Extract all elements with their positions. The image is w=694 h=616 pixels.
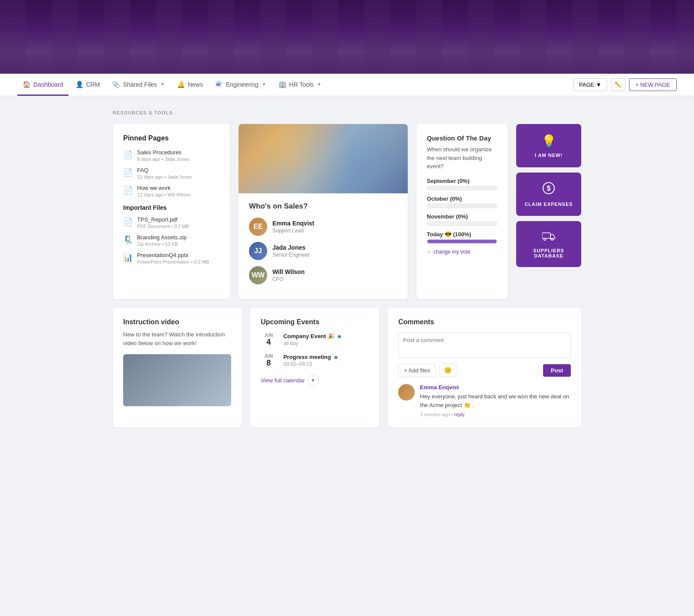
comments-card: Comments + Add files 🙂 Post Emma Enqvist… <box>388 308 581 427</box>
poll-label: September (0%) <box>427 178 497 184</box>
pinned-page-name: Sales Procedures <box>137 149 189 156</box>
poll-option[interactable]: November (0%) <box>427 213 497 226</box>
file-icon: 🗜️ <box>123 235 133 244</box>
pinned-item[interactable]: 📄 Sales Procedures 8 days ago • Jada Jon… <box>123 149 219 162</box>
new-page-button[interactable]: + NEW PAGE <box>629 78 677 91</box>
nav-item-hr-tools[interactable]: 🏢 HR Tools ▼ <box>273 75 327 96</box>
claim-expenses-card[interactable]: $ CLAIM EXPENSES <box>516 173 581 216</box>
chevron-down-icon: ▼ <box>262 82 266 87</box>
video-thumbnail[interactable] <box>123 354 231 406</box>
edit-button[interactable]: ✏️ <box>611 78 625 91</box>
paperclip-icon: 📎 <box>112 81 120 88</box>
poll-option[interactable]: September (0%) <box>427 178 497 190</box>
chevron-down-icon[interactable]: ▾ <box>308 375 319 386</box>
pinned-items: 📄 Sales Procedures 8 days ago • Jada Jon… <box>123 149 219 197</box>
instruction-text: New to the team? Watch the introduction … <box>123 330 231 347</box>
file-meta: PowerPoint Presentation • 0.2 MB <box>137 259 209 264</box>
sales-card-body: Who's on Sales? EE Emma Enqvist Support … <box>239 193 408 299</box>
pinned-page-meta: 12 days ago • Will Wilson <box>137 192 191 197</box>
person-name: Will Wilson <box>272 268 304 275</box>
person-role: CFO <box>272 276 304 282</box>
file-item[interactable]: 📊 PresentationQ4.pptx PowerPoint Present… <box>123 252 219 264</box>
comment-meta: 3 minutes ago • reply <box>420 412 571 417</box>
news-icon: 🔔 <box>177 81 185 88</box>
pinned-page-name: How we work <box>137 185 191 191</box>
important-files-title: Important Files <box>123 204 219 211</box>
events-card: Upcoming Events JUN 4 Company Event 🎉 al… <box>250 308 379 427</box>
i-am-new-card[interactable]: 💡 I AM NEW! <box>516 124 581 167</box>
i-am-new-label: I AM NEW! <box>535 153 563 158</box>
pinned-page-name: FAQ <box>137 167 192 173</box>
svg-rect-2 <box>542 233 550 238</box>
poll-bar <box>427 239 497 244</box>
poll-option[interactable]: Today 😎 (100%) <box>427 231 497 244</box>
claim-expenses-label: CLAIM EXPENSES <box>524 202 573 207</box>
instruction-title: Instruction video <box>123 318 231 326</box>
events-title: Upcoming Events <box>261 318 369 326</box>
chevron-down-icon: ▼ <box>317 82 321 87</box>
sales-card-title: Who's on Sales? <box>249 202 397 211</box>
file-name: PresentationQ4.pptx <box>137 252 209 258</box>
person-name: Jada Jones <box>272 244 310 251</box>
nav-items: 🏠 Dashboard 👤 CRM 📎 Shared Files ▼ 🔔 New… <box>17 75 573 95</box>
person-role: Support Lead <box>272 228 314 234</box>
nav-item-shared-files[interactable]: 📎 Shared Files ▼ <box>107 75 170 96</box>
file-icon: 📊 <box>123 253 133 262</box>
emoji-button[interactable]: 🙂 <box>439 363 456 377</box>
pinned-item[interactable]: 📄 How we work 12 days ago • Will Wilson <box>123 185 219 197</box>
chevron-down-icon: ▼ <box>160 82 165 87</box>
events-list: JUN 4 Company Event 🎉 all day JUN 8 Prog… <box>261 333 369 368</box>
file-icon: 📄 <box>123 217 133 227</box>
event-date: JUN 4 <box>261 333 276 347</box>
reply-link[interactable]: reply <box>454 412 465 417</box>
event-dot <box>334 356 337 359</box>
sales-person[interactable]: WW Will Wilson CFO <box>249 266 397 284</box>
file-item[interactable]: 🗜️ Branding Assets.zip Zip Archive • 53 … <box>123 234 219 247</box>
nav-item-crm[interactable]: 👤 CRM <box>70 75 105 96</box>
nav-item-news[interactable]: 🔔 News <box>172 75 208 96</box>
files-list: 📄 TPS_Report.pdf PDF Document • 0.2 MB 🗜… <box>123 216 219 264</box>
suppliers-database-card[interactable]: SUPPLIERS DATABASE <box>516 221 581 267</box>
comment-text: Hey everyone, just heard back and we won… <box>420 392 571 409</box>
file-name: TPS_Report.pdf <box>137 216 189 223</box>
person-role: Senior Engineer <box>272 252 310 258</box>
action-cards-column: 💡 I AM NEW! $ CLAIM EXPENSES <box>516 124 581 299</box>
avatar: WW <box>249 266 267 284</box>
file-item[interactable]: 📄 TPS_Report.pdf PDF Document • 0.2 MB <box>123 216 219 229</box>
nav-item-dashboard[interactable]: 🏠 Dashboard <box>17 75 69 96</box>
poll-option[interactable]: October (0%) <box>427 196 497 208</box>
comments-list: Emma Enqvist Hey everyone, just heard ba… <box>398 384 571 417</box>
sales-person[interactable]: EE Emma Enqvist Support Lead <box>249 218 397 236</box>
svg-point-3 <box>544 238 546 241</box>
pinned-item[interactable]: 📄 FAQ 12 days ago • Jada Jones <box>123 167 219 179</box>
poll-bar <box>427 204 497 208</box>
event-date: JUN 8 <box>261 354 276 368</box>
section-label: RESOURCES & TOOLS <box>113 110 581 115</box>
poll-bar <box>427 222 497 226</box>
view-full-calendar-link[interactable]: View full calendar ▾ <box>261 375 369 386</box>
nav-right: PAGE ▼ ✏️ + NEW PAGE <box>573 78 677 91</box>
page-button[interactable]: PAGE ▼ <box>573 78 607 91</box>
add-files-button[interactable]: + Add files <box>398 364 435 377</box>
document-icon: 📄 <box>123 168 133 177</box>
hr-icon: 🏢 <box>278 81 287 88</box>
question-card: Question Of The Day When should we organ… <box>416 124 507 299</box>
file-meta: PDF Document • 0.2 MB <box>137 224 189 229</box>
poll-bar <box>427 186 497 190</box>
sales-people: EE Emma Enqvist Support Lead JJ Jada Jon… <box>249 218 397 284</box>
svg-text:$: $ <box>547 185 551 192</box>
avatar: EE <box>249 218 267 236</box>
main-content: RESOURCES & TOOLS Pinned Pages 📄 Sales P… <box>95 96 599 450</box>
comment-input[interactable] <box>398 332 571 358</box>
nav-item-engineering[interactable]: ⚗️ Engineering ▼ <box>210 75 272 96</box>
dollar-icon: $ <box>543 182 555 197</box>
poll-label: Today 😎 (100%) <box>427 231 497 238</box>
post-button[interactable]: Post <box>543 364 571 377</box>
pinned-page-meta: 8 days ago • Jada Jones <box>137 156 189 162</box>
event-dot <box>338 335 341 338</box>
pinned-page-meta: 12 days ago • Jada Jones <box>137 174 192 179</box>
comment-author: Emma Enqvist <box>420 384 571 391</box>
poll-label: October (0%) <box>427 196 497 202</box>
change-vote-link[interactable]: ← change my vote <box>427 249 497 255</box>
sales-person[interactable]: JJ Jada Jones Senior Engineer <box>249 242 397 260</box>
